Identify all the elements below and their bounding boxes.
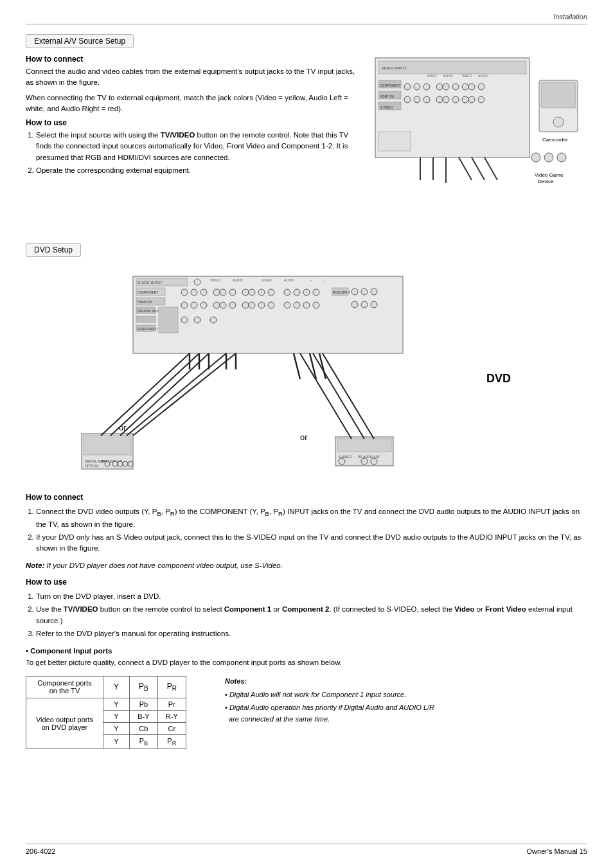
svg-text:Video Game: Video Game — [535, 172, 564, 178]
table-cell-y2a: Y — [103, 698, 130, 710]
svg-text:VIDEO INPUT: VIDEO INPUT — [382, 66, 407, 70]
table-cell-pb2d: PB — [130, 734, 158, 748]
dvd-diagram-svg: D-ARC INPUT VIDEO AUDIO VIDEO AUDIO → ↓ — [43, 270, 570, 482]
page-footer: 206-4022 Owner's Manual 15 — [26, 844, 587, 855]
svg-point-68 — [191, 289, 197, 296]
table-row-1: Component portson the TV Y PB PR — [26, 677, 186, 698]
component-input-title: • Component Input ports — [26, 647, 587, 655]
svg-point-133 — [371, 458, 377, 465]
svg-point-132 — [361, 458, 368, 465]
svg-point-83 — [200, 302, 207, 308]
svg-point-100 — [351, 301, 358, 308]
svg-point-9 — [423, 84, 430, 90]
table-cell-pr2c: Cr — [157, 722, 186, 734]
svg-point-50 — [194, 279, 200, 285]
footer-right: Owner's Manual 15 — [527, 847, 587, 855]
svg-point-7 — [404, 84, 411, 90]
svg-point-126 — [128, 461, 133, 466]
svg-point-80 — [313, 289, 319, 296]
svg-line-140 — [313, 353, 364, 439]
svg-point-44 — [557, 153, 566, 162]
svg-text:Camcorder: Camcorder — [542, 137, 568, 143]
svg-line-135 — [111, 353, 199, 436]
svg-text:COMPONENT: COMPONENT — [380, 84, 401, 87]
svg-point-23 — [468, 96, 475, 103]
how-to-connect-heading: How to connect — [26, 55, 356, 64]
dvd-connect-note: Note: If your DVD player does not have c… — [26, 560, 587, 571]
svg-point-22 — [462, 96, 468, 103]
svg-point-42 — [531, 153, 540, 162]
svg-text:→: → — [310, 278, 313, 282]
dvd-use-item-3: Refer to the DVD player's manual for ope… — [36, 628, 587, 639]
svg-text:VIDEO: VIDEO — [262, 278, 272, 282]
svg-point-16 — [404, 96, 411, 103]
svg-line-139 — [300, 353, 351, 439]
svg-text:HDMI DVI: HDMI DVI — [380, 94, 395, 98]
svg-text:OPTICAL: OPTICAL — [85, 464, 99, 468]
table-cell-pr2d: PR — [157, 734, 186, 748]
svg-line-141 — [323, 353, 374, 439]
svg-text:COMPONENT: COMPONENT — [138, 290, 159, 294]
svg-text:D-ARC INPUT: D-ARC INPUT — [138, 281, 163, 285]
svg-point-124 — [118, 461, 123, 466]
svg-text:PR AUDIO L/R: PR AUDIO L/R — [358, 455, 379, 459]
svg-text:VIDEO: VIDEO — [427, 74, 437, 78]
svg-point-12 — [452, 84, 459, 90]
svg-point-43 — [544, 153, 553, 162]
dvd-diagram-container: D-ARC INPUT VIDEO AUDIO VIDEO AUDIO → ↓ — [26, 270, 587, 482]
connect-text-1: Connect the audio and video cables from … — [26, 66, 356, 89]
svg-point-76 — [268, 289, 274, 296]
svg-point-73 — [242, 289, 249, 296]
table-cell-pb2b: B-Y — [130, 710, 158, 722]
dvd-section: DVD Setup D-ARC INPUT VIDEO AUDIO — [26, 243, 587, 749]
svg-point-86 — [229, 302, 236, 308]
svg-point-67 — [181, 289, 188, 296]
svg-point-77 — [284, 289, 290, 296]
svg-point-101 — [361, 301, 368, 308]
header-section: Installation — [553, 13, 587, 21]
dvd-use-item-2: Use the TV/VIDEO button on the remote co… — [36, 604, 587, 626]
component-table-wrapper: Component portson the TV Y PB PR Video o… — [26, 676, 186, 749]
svg-point-104 — [194, 317, 200, 323]
svg-line-136 — [120, 353, 209, 436]
external-av-section: External A/V Source Setup How to connect… — [26, 34, 587, 230]
svg-text:VIDEO INPUT: VIDEO INPUT — [138, 327, 158, 331]
svg-point-10 — [436, 84, 443, 90]
dvd-how-to-use: How to use Turn on the DVD player, inser… — [26, 576, 587, 639]
svg-point-19 — [436, 96, 443, 103]
dvd-diagram-wrapper: D-ARC INPUT VIDEO AUDIO VIDEO AUDIO → ↓ — [26, 270, 587, 482]
page: Installation External A/V Source Setup H… — [0, 0, 613, 868]
svg-point-8 — [414, 84, 420, 90]
dvd-connect-heading: How to connect — [26, 492, 587, 504]
svg-rect-39 — [541, 82, 576, 108]
svg-text:RGB INPUT: RGB INPUT — [333, 290, 350, 294]
svg-text:AUDIO: AUDIO — [478, 74, 488, 78]
svg-point-71 — [220, 289, 226, 296]
svg-point-97 — [351, 288, 358, 295]
svg-point-75 — [258, 289, 265, 296]
svg-point-94 — [313, 302, 319, 308]
component-table: Component portson the TV Y PB PR Video o… — [26, 676, 186, 749]
dvd-use-heading: How to use — [26, 576, 587, 589]
page-header: Installation — [26, 13, 587, 24]
svg-text:VIDEO: VIDEO — [210, 278, 220, 282]
svg-rect-128 — [337, 439, 391, 452]
svg-text:VIDEO: VIDEO — [462, 74, 472, 78]
dvd-connect-item-2: If your DVD only has an S-Video output j… — [36, 532, 587, 554]
svg-point-125 — [123, 461, 128, 466]
svg-point-87 — [242, 302, 249, 308]
table-label-2: Video output portson DVD player — [26, 698, 103, 748]
note-item-2: • Digital Audio operation has priority i… — [225, 702, 434, 725]
svg-point-17 — [414, 96, 420, 103]
component-input-section: • Component Input ports To get better pi… — [26, 647, 587, 749]
svg-point-123 — [112, 461, 118, 466]
footer-left: 206-4022 — [26, 847, 56, 855]
dvd-use-list: Turn on the DVD player, insert a DVD. Us… — [26, 591, 587, 639]
svg-point-82 — [191, 302, 197, 308]
component-input-desc: To get better picture quality, connect a… — [26, 659, 587, 666]
svg-point-40 — [553, 117, 564, 127]
svg-line-111 — [294, 353, 300, 379]
component-table-area: Component portson the TV Y PB PR Video o… — [26, 676, 587, 749]
svg-text:AUDIO: AUDIO — [284, 278, 294, 282]
table-cell-pr2b: R-Y — [157, 710, 186, 722]
